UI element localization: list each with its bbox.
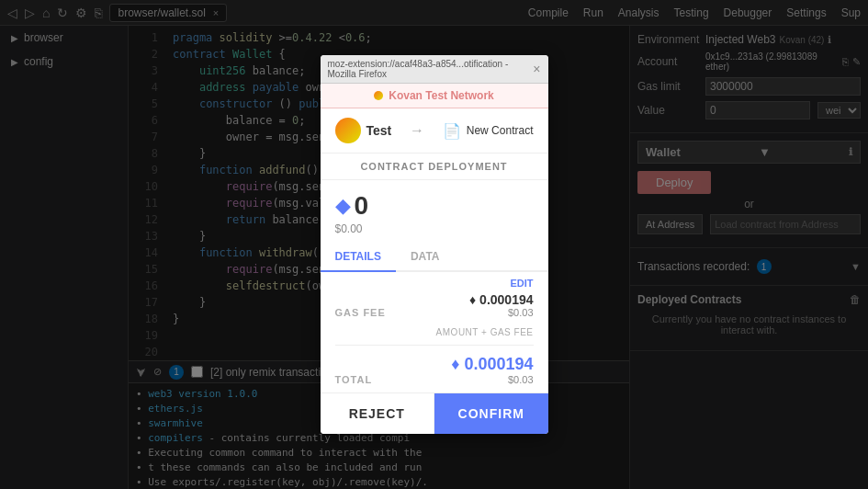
new-contract-area: 📄 New Contract: [443, 122, 534, 140]
eth-amount-row: ◆ 0: [321, 180, 548, 222]
gas-fee-row: GAS FEE ♦ 0.000194 $0.03: [321, 289, 548, 322]
edit-link[interactable]: EDIT: [321, 272, 548, 289]
modal-actions: REJECT CONFIRM: [321, 392, 548, 434]
gas-fee-label: GAS FEE: [335, 307, 386, 318]
confirm-button[interactable]: CONFIRM: [434, 393, 548, 434]
eth-amount: 0: [355, 191, 369, 221]
network-dot: [374, 91, 383, 100]
tab-details[interactable]: DETAILS: [321, 243, 396, 272]
arrow-right-icon: →: [410, 122, 424, 139]
network-bar: Kovan Test Network: [321, 84, 548, 108]
contract-deployment-label: CONTRACT DEPLOYMENT: [321, 154, 548, 180]
modal-tabs: DETAILS DATA: [321, 243, 548, 272]
reject-button[interactable]: REJECT: [321, 393, 435, 434]
modal-browser-bar: moz-extension://acaf48a3-a854...otificat…: [321, 55, 548, 84]
total-usd: $0.03: [451, 374, 533, 385]
from-to-row: Test → 📄 New Contract: [321, 108, 548, 154]
account-avatar: [335, 118, 361, 143]
new-contract-label: New Contract: [467, 124, 534, 137]
from-account: Test: [366, 123, 392, 138]
amount-gas-label: AMOUNT + GAS FEE: [321, 322, 548, 339]
total-eth: ♦ 0.000194: [451, 355, 533, 374]
gas-fee-value: ♦ 0.000194 $0.03: [469, 292, 533, 318]
modal-overlay: moz-extension://acaf48a3-a854...otificat…: [0, 0, 868, 489]
total-label: TOTAL: [335, 374, 373, 385]
network-name: Kovan Test Network: [389, 89, 493, 102]
document-icon: 📄: [443, 122, 461, 140]
ethereum-icon: ◆: [335, 194, 351, 218]
eth-usd: $0.00: [321, 222, 548, 243]
total-value: ♦ 0.000194 $0.03: [451, 355, 533, 385]
metamask-modal: moz-extension://acaf48a3-a854...otificat…: [321, 55, 548, 434]
tab-data[interactable]: DATA: [396, 243, 455, 270]
total-row: TOTAL ♦ 0.000194 $0.03: [321, 351, 548, 392]
browser-url: moz-extension://acaf48a3-a854...otificat…: [328, 59, 534, 79]
gas-fee-eth: ♦ 0.000194: [469, 292, 533, 307]
divider: [335, 345, 534, 346]
modal-close-button[interactable]: ×: [533, 62, 540, 76]
gas-fee-usd: $0.03: [469, 307, 533, 318]
